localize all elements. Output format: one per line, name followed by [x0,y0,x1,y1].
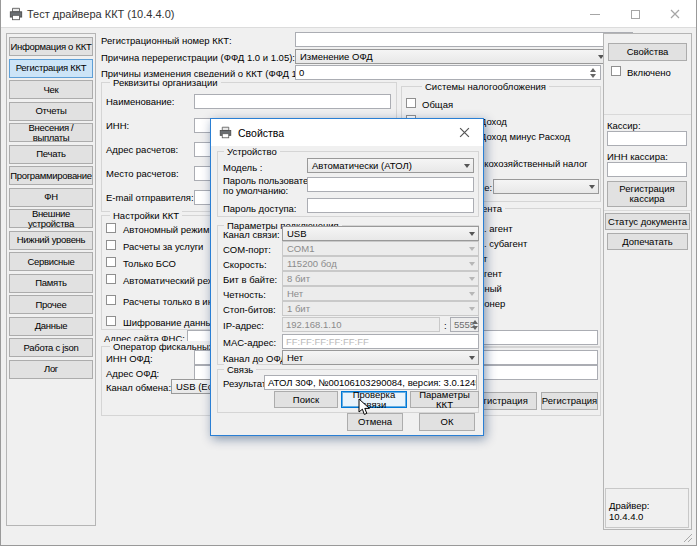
rereg-reason-combobox[interactable]: Изменение ОФД [295,49,608,64]
sidebar-item-other[interactable]: Прочее [9,295,93,314]
sidebar-item-service[interactable]: Сервисные [9,252,93,271]
services-label: Расчеты за услуги [123,241,203,253]
sidebar-item-json[interactable]: Работа с json [9,338,93,357]
ofd-channel-combobox[interactable]: Нет [282,350,479,365]
reg-number-label: Регистрационный номер ККТ: [101,35,232,47]
sidebar-item-kkt-registration[interactable]: Регистрация ККТ [9,59,93,78]
data-bits-value: 8 бит [287,273,310,284]
chevron-down-icon [469,307,475,311]
reg-button[interactable]: Регистрация [541,392,598,410]
org-name-input[interactable] [194,94,391,109]
mouse-cursor [358,398,371,419]
link-channel-value: USB [287,228,307,239]
mac-address-input: FF:FF:FF:FF:FF:FF [282,334,479,349]
sidebar-item-print[interactable]: Печать [9,145,93,164]
sidebar-item-reports[interactable]: Отчеты [9,102,93,121]
properties-dialog: Свойства Устройство Модель : Автоматичес… [210,118,484,436]
user-password-label-line2: по умолчанию: [223,185,288,197]
cancel-button[interactable]: Отмена [347,413,403,431]
link-channel-combobox[interactable]: USB [282,226,479,241]
data-bits-combobox: 8 бит [282,271,479,286]
tax-default-combobox[interactable] [493,179,599,194]
ofd-channel-value: Нет [287,352,303,363]
sidebar-item-log[interactable]: Лог [9,360,93,379]
exchange-channel-label: Канал обмена: [106,382,171,394]
rereg-reason-label: Причина перерегистрации (ФФД 1.0 и 1.05)… [101,52,295,64]
dialog-close-button[interactable] [459,127,470,140]
chevron-down-icon [469,262,475,266]
panel-separator [604,210,691,211]
ip-port-spinner[interactable] [469,318,480,331]
result-field[interactable]: АТОЛ 30Ф, №00106103290084, версия: 3.0.1… [264,375,477,390]
driver-version: 10.4.4.0 [609,511,643,523]
sidebar-item-fn[interactable]: ФН [9,188,93,207]
ip-port-separator: : [444,320,447,332]
com-port-combobox: COM1 [282,241,479,256]
org-name-label: Наименование: [106,96,175,108]
cashier-inn-input[interactable] [607,162,687,177]
user-password-input[interactable] [307,177,474,192]
model-value: Автоматически (АТОЛ) [312,160,412,171]
reg-number-input[interactable] [295,32,633,47]
sidebar-item-receipt[interactable]: Чек [9,80,93,99]
right-panel [603,33,692,530]
bso-only-checkbox[interactable] [106,257,116,267]
enabled-label: Включено [627,67,671,79]
sidebar-item-external-devices[interactable]: Внешние устройства [9,209,93,228]
chevron-down-icon [464,164,470,168]
print-more-button[interactable]: Допечатать [607,233,688,250]
check-connection-button[interactable]: Проверка связи [341,391,407,408]
data-bits-label: Бит в байте: [223,274,277,286]
sidebar-item-low-level[interactable]: Нижний уровень [9,231,93,250]
properties-button[interactable]: Свойства [608,43,687,61]
automatic-mode-checkbox[interactable] [106,274,116,284]
rereg-reason-value: Изменение ОФД [300,51,373,62]
autonomous-mode-checkbox[interactable] [106,223,116,233]
ofd-inn-label: ИНН ОФД: [106,353,153,365]
window-title: Тест драйвера ККТ (10.4.4.0) [27,8,174,20]
enabled-checkbox[interactable] [611,66,621,76]
baud-rate-value: 115200 бод [287,258,337,269]
baud-rate-label: Скорость: [223,259,267,271]
dialog-title: Свойства [238,127,284,139]
ofd-address-label: Адрес ОФД: [106,368,159,380]
parity-label: Четность: [223,289,266,301]
sidebar-item-memory[interactable]: Память [9,274,93,293]
change-reasons-input[interactable]: 0 [295,65,601,80]
title-bar: Тест драйвера ККТ (10.4.4.0) [1,0,696,28]
ok-button[interactable]: ОК [419,413,475,431]
services-checkbox[interactable] [106,240,116,250]
change-reasons-spinner[interactable] [587,66,598,79]
search-button[interactable]: Поиск [274,391,338,408]
encryption-checkbox[interactable] [106,316,116,326]
internet-only-checkbox[interactable] [106,295,116,305]
maximize-button[interactable] [618,0,652,28]
ip-address-input: 192.168.1.10 [282,317,440,332]
encryption-label: Шифрование данных [123,317,217,329]
sidebar-item-programming[interactable]: Программирование [9,166,93,185]
resize-grip[interactable] [683,533,693,543]
minimize-button[interactable] [578,0,612,28]
chevron-down-icon [469,356,475,360]
printer-icon [219,126,232,141]
sidebar: Информация о ККТ Регистрация ККТ Чек Отч… [6,33,96,526]
tax-osn-checkbox[interactable] [406,98,416,108]
sidebar-item-deposits[interactable]: Внесения / выплаты [9,123,93,142]
close-button[interactable] [658,0,692,28]
model-combobox[interactable]: Автоматически (АТОЛ) [307,158,474,173]
sidebar-item-data[interactable]: Данные [9,317,93,336]
link-channel-label: Канал связи: [223,229,280,241]
com-port-label: COM-порт: [223,244,271,256]
mac-address-label: MAC-адрес: [223,337,276,349]
org-inn-label: ИНН: [106,120,129,132]
stop-bits-value: 1 бит [287,303,310,314]
access-password-input[interactable] [307,198,474,213]
kkt-params-button[interactable]: Параметры ККТ [410,391,479,408]
doc-status-button[interactable]: Статус документа [605,213,690,230]
minimize-icon [590,14,600,15]
cashier-input[interactable] [607,131,687,146]
result-label: Результат: [223,378,269,390]
maximize-icon [631,10,640,19]
sidebar-item-kkt-info[interactable]: Информация о ККТ [9,37,93,56]
cashier-reg-button[interactable]: Регистрация кассира [607,181,687,207]
